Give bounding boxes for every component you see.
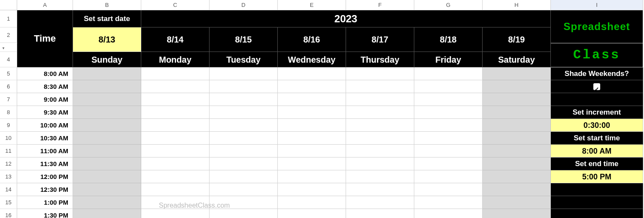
cell-thu-5[interactable] (346, 67, 414, 80)
cell-sat-10[interactable] (483, 132, 551, 145)
cell-wed-14[interactable] (278, 183, 346, 196)
cell-fri-16[interactable] (414, 209, 483, 218)
cell-fri-12[interactable] (414, 157, 483, 170)
day-thu[interactable]: Thursday (346, 52, 414, 67)
col-header-H[interactable]: H (483, 0, 551, 10)
row-header-12[interactable]: 12 (0, 157, 17, 170)
cell-sun-9[interactable] (73, 119, 141, 132)
cell-tue-6[interactable] (210, 80, 278, 93)
increment-input[interactable]: 0:30:00 (551, 119, 643, 132)
cell-mon-9[interactable] (141, 119, 210, 132)
cell-wed-15[interactable] (278, 196, 346, 209)
row-header-5[interactable]: 5 (0, 67, 17, 80)
row-header-11[interactable]: 11 (0, 145, 17, 157)
cell-mon-11[interactable] (141, 145, 210, 157)
cell-sun-14[interactable] (73, 183, 141, 196)
day-tue[interactable]: Tuesday (210, 52, 278, 67)
cell-wed-9[interactable] (278, 119, 346, 132)
cell-tue-12[interactable] (210, 157, 278, 170)
side-blank-14[interactable] (551, 183, 643, 196)
row-header-13[interactable]: 13 (0, 170, 17, 183)
col-header-C[interactable]: C (141, 0, 210, 10)
date-mon[interactable]: 8/14 (141, 27, 210, 52)
col-header-A[interactable]: A (17, 0, 73, 10)
cell-wed-16[interactable] (278, 209, 346, 218)
cell-tue-10[interactable] (210, 132, 278, 145)
cell-tue-9[interactable] (210, 119, 278, 132)
cell-wed-6[interactable] (278, 80, 346, 93)
cell-sat-6[interactable] (483, 80, 551, 93)
day-fri[interactable]: Friday (414, 52, 483, 67)
cell-sun-15[interactable] (73, 196, 141, 209)
checkbox-icon[interactable] (593, 83, 600, 90)
row-header-6[interactable]: 6 (0, 80, 17, 93)
time-1200[interactable]: 12:00 PM (17, 170, 73, 183)
cell-sun-8[interactable] (73, 106, 141, 119)
day-sun[interactable]: Sunday (73, 52, 141, 67)
cell-mon-13[interactable] (141, 170, 210, 183)
cell-wed-10[interactable] (278, 132, 346, 145)
row-header-9[interactable]: 9 (0, 119, 17, 132)
day-mon[interactable]: Monday (141, 52, 210, 67)
cell-sat-13[interactable] (483, 170, 551, 183)
cell-fri-13[interactable] (414, 170, 483, 183)
cell-mon-10[interactable] (141, 132, 210, 145)
cell-sun-6[interactable] (73, 80, 141, 93)
row-header-14[interactable]: 14 (0, 183, 17, 196)
date-sat[interactable]: 8/19 (483, 27, 551, 52)
cell-mon-14[interactable] (141, 183, 210, 196)
cell-sat-9[interactable] (483, 119, 551, 132)
cell-thu-10[interactable] (346, 132, 414, 145)
cell-thu-11[interactable] (346, 145, 414, 157)
cell-fri-8[interactable] (414, 106, 483, 119)
cell-thu-12[interactable] (346, 157, 414, 170)
cell-sun-12[interactable] (73, 157, 141, 170)
cell-sun-7[interactable] (73, 93, 141, 106)
row-header-2[interactable]: 2 (0, 27, 17, 43)
select-all-corner[interactable] (0, 0, 17, 10)
cell-thu-13[interactable] (346, 170, 414, 183)
cell-fri-14[interactable] (414, 183, 483, 196)
date-thu[interactable]: 8/17 (346, 27, 414, 52)
col-header-E[interactable]: E (278, 0, 346, 10)
cell-tue-13[interactable] (210, 170, 278, 183)
time-1100[interactable]: 11:00 AM (17, 145, 73, 157)
row-header-3b[interactable]: ▼ (0, 43, 17, 52)
time-1000[interactable]: 10:00 AM (17, 119, 73, 132)
year-label[interactable]: 2023 (141, 10, 551, 27)
collapse-down-icon[interactable]: ▼ (2, 44, 5, 53)
side-blank-15[interactable] (551, 196, 643, 209)
cell-sun-10[interactable] (73, 132, 141, 145)
time-1300[interactable]: 1:00 PM (17, 196, 73, 209)
cell-thu-15[interactable] (346, 196, 414, 209)
cell-sat-11[interactable] (483, 145, 551, 157)
cell-mon-5[interactable] (141, 67, 210, 80)
cell-mon-7[interactable] (141, 93, 210, 106)
row-header-10[interactable]: 10 (0, 132, 17, 145)
day-wed[interactable]: Wednesday (278, 52, 346, 67)
cell-mon-6[interactable] (141, 80, 210, 93)
cell-fri-9[interactable] (414, 119, 483, 132)
date-tue[interactable]: 8/15 (210, 27, 278, 52)
date-fri[interactable]: 8/18 (414, 27, 483, 52)
day-sat[interactable]: Saturday (483, 52, 551, 67)
row-header-15[interactable]: 15 (0, 196, 17, 209)
row-header-8[interactable]: 8 (0, 106, 17, 119)
time-0930[interactable]: 9:30 AM (17, 106, 73, 119)
cell-sun-5[interactable] (73, 67, 141, 80)
cell-tue-7[interactable] (210, 93, 278, 106)
cell-wed-5[interactable] (278, 67, 346, 80)
cell-fri-6[interactable] (414, 80, 483, 93)
cell-sun-16[interactable] (73, 209, 141, 218)
cell-thu-7[interactable] (346, 93, 414, 106)
row-header-16[interactable]: 16 (0, 209, 17, 218)
col-header-F[interactable]: F (346, 0, 414, 10)
time-label[interactable]: Time (17, 10, 73, 67)
row-header-4[interactable]: 4 (0, 52, 17, 67)
cell-wed-12[interactable] (278, 157, 346, 170)
cell-thu-9[interactable] (346, 119, 414, 132)
time-1230[interactable]: 12:30 PM (17, 183, 73, 196)
time-0800[interactable]: 8:00 AM (17, 67, 73, 80)
cell-thu-6[interactable] (346, 80, 414, 93)
end-time-input[interactable]: 5:00 PM (551, 170, 643, 183)
